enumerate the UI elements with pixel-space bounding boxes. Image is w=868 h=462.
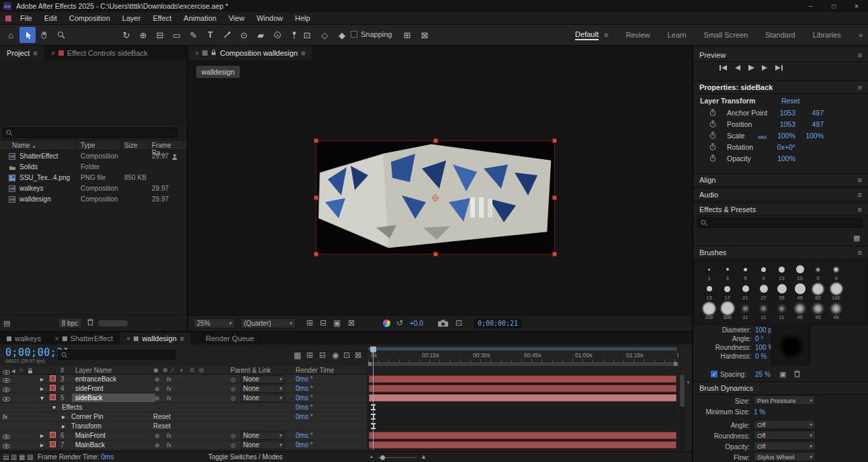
layer-row-entranceback[interactable]: ▸ 3 entranceBack ⊕ fx ◎ None▾ 0ms * xyxy=(0,375,367,384)
zoom-dropdown[interactable]: 25%▾ xyxy=(193,318,235,328)
property-value[interactable]: 497 xyxy=(797,120,824,128)
brush-preset[interactable]: 11 xyxy=(736,302,754,322)
timeline-ruler[interactable]: 0s 00:15s 00:30s 00:45s 01:00s 01:15s 01… xyxy=(368,347,679,366)
exposure-value[interactable]: +0.0 xyxy=(410,320,423,327)
project-search-input[interactable] xyxy=(3,128,177,138)
home-tool[interactable]: ⌂ xyxy=(3,27,19,43)
layer-name[interactable]: sideBack xyxy=(75,394,103,402)
tab-render-queue[interactable]: Render Queue xyxy=(199,332,261,344)
dyn-opacity-dropdown[interactable]: Off▾ xyxy=(754,441,816,451)
align-menu-icon[interactable]: ≡ xyxy=(858,176,862,184)
tab-close-icon[interactable]: × xyxy=(126,334,130,342)
motion-blur-icon[interactable]: ⊡ xyxy=(343,351,350,360)
pickwhip-icon[interactable]: ◎ xyxy=(230,432,236,440)
comp-timecode[interactable]: 0;00;00;21 xyxy=(474,318,522,328)
effect-name[interactable]: Corner Pin xyxy=(71,413,103,421)
expander-icon[interactable]: ▾ xyxy=(40,394,44,402)
tab-project[interactable]: Project ≡ xyxy=(0,46,44,60)
fx-badge-icon[interactable]: fx xyxy=(167,432,171,440)
layer-row-sideback-selected[interactable]: ▾ 5 sideBack ⊕ fx ◎ None▾ 0ms * xyxy=(0,394,367,403)
workspace-overflow-icon[interactable]: » xyxy=(859,31,863,39)
menu-effect[interactable]: Effect xyxy=(146,12,177,25)
parent-dropdown[interactable]: None▾ xyxy=(241,432,285,440)
workspace-learn[interactable]: Learn xyxy=(667,31,686,39)
tab-close-icon[interactable]: × xyxy=(195,49,199,57)
stopwatch-icon[interactable] xyxy=(709,154,716,163)
draft-3d-icon[interactable]: ⊞ xyxy=(306,351,313,360)
pickwhip-icon[interactable]: ◎ xyxy=(230,385,236,393)
composition-viewport[interactable] xyxy=(316,140,555,255)
brushes-header[interactable]: Brushes ≡ xyxy=(693,246,868,259)
selection-handle[interactable] xyxy=(314,138,318,143)
effects-presets-header[interactable]: Effects & Presets ≡ xyxy=(693,203,868,216)
maximize-button[interactable]: □ xyxy=(822,0,845,12)
mask-feather-icon[interactable]: ⊡ xyxy=(299,27,315,43)
bpc-button[interactable]: 8 bpc xyxy=(58,318,82,328)
snap-option-icon-1[interactable]: ⊞ xyxy=(399,27,415,43)
zoom-in-mountain-icon[interactable]: ▲ xyxy=(421,453,427,460)
workspace-default[interactable]: Default xyxy=(575,30,599,40)
roto-brush-tool[interactable] xyxy=(269,27,286,43)
rotation-tool[interactable]: ↻ xyxy=(118,27,134,43)
resolution-dropdown[interactable]: (Quarter)▾ xyxy=(241,318,296,328)
next-frame-button[interactable] xyxy=(761,64,769,73)
menu-layer[interactable]: Layer xyxy=(116,12,147,25)
comp-mini-flowchart-icon[interactable]: ▦ xyxy=(294,351,301,360)
previous-frame-button[interactable] xyxy=(734,64,742,73)
expander-icon[interactable]: ▸ xyxy=(62,422,65,430)
workspace-review[interactable]: Review xyxy=(625,31,650,39)
zoom-out-mountain-icon[interactable]: ▲ xyxy=(370,455,374,459)
layer-color-chip[interactable] xyxy=(50,441,56,447)
zoom-tool[interactable] xyxy=(53,27,69,43)
first-frame-button[interactable] xyxy=(719,64,728,73)
transform-reset-button[interactable]: Reset xyxy=(153,422,171,430)
type-tool[interactable]: T xyxy=(202,27,218,43)
panel-collapse-icon[interactable]: ◂ xyxy=(687,379,689,385)
layer-color-chip[interactable] xyxy=(50,394,56,400)
brush-preset[interactable]: 5 xyxy=(809,263,827,283)
work-area-end-handle[interactable] xyxy=(674,362,677,366)
layer-name-column-label[interactable]: Layer Name xyxy=(75,367,112,374)
pan-behind-tool[interactable]: ⊟ xyxy=(152,27,168,43)
brush-preset[interactable]: 11 xyxy=(773,302,791,322)
pickwhip-icon[interactable]: ◎ xyxy=(230,375,236,383)
align-header[interactable]: Align ≡ xyxy=(693,173,868,187)
workspace-libraries[interactable]: Libraries xyxy=(813,31,841,39)
hardness-value[interactable]: 0 % xyxy=(755,353,767,360)
tab-walkeys[interactable]: walkeys xyxy=(0,332,48,344)
expander-icon[interactable]: ▸ xyxy=(40,441,44,449)
expander-icon[interactable]: ▸ xyxy=(62,413,65,421)
tab-close-icon[interactable]: × xyxy=(51,49,55,57)
snapping-control[interactable]: Snapping xyxy=(351,30,392,38)
menu-view[interactable]: View xyxy=(222,12,251,25)
eye-icon[interactable] xyxy=(3,443,10,451)
tab-walldesign[interactable]: × walldesign ≡ xyxy=(120,332,191,344)
brush-preset[interactable]: 9 xyxy=(754,263,773,283)
brush-preset[interactable]: 100 xyxy=(827,283,845,302)
audio-header[interactable]: Audio ≡ xyxy=(693,188,868,201)
project-row[interactable]: walldesign Composition 29.97 xyxy=(0,194,187,205)
spacing-checkbox[interactable]: ✓ xyxy=(711,371,718,377)
render-time-column-label[interactable]: Render Time xyxy=(296,367,334,374)
brush-preset[interactable]: 27 xyxy=(754,283,773,302)
switch-icon[interactable]: ⊕ xyxy=(155,432,160,440)
parent-link-column-label[interactable]: Parent & Link xyxy=(230,367,271,374)
project-panel-menu-icon[interactable]: ≡ xyxy=(33,49,37,57)
effects-panel-corner-icon[interactable]: ▦ xyxy=(853,234,860,242)
layer-name[interactable]: MainFront xyxy=(75,432,105,440)
parent-dropdown[interactable]: None▾ xyxy=(241,394,285,402)
angle-value[interactable]: 0 ° xyxy=(755,335,763,342)
timeline-zoom-knob[interactable] xyxy=(380,455,385,460)
shape-tool[interactable]: ▭ xyxy=(169,27,185,43)
switch-icon[interactable]: ⊕ xyxy=(155,394,160,402)
parent-dropdown[interactable]: None▾ xyxy=(241,385,285,393)
layer-color-chip[interactable] xyxy=(50,375,56,381)
expander-icon[interactable]: ▸ xyxy=(40,375,44,383)
fx-badge-icon[interactable]: fx xyxy=(167,441,171,449)
layer-row-mainback[interactable]: ▸ 7 MainBack ⊕ fx ◎ None▾ 0ms * xyxy=(0,441,367,450)
property-value[interactable]: 1053 xyxy=(769,109,795,117)
selection-handle[interactable] xyxy=(552,138,557,143)
brush-preset[interactable]: 45 xyxy=(809,302,827,322)
new-brush-icon[interactable]: ▣ xyxy=(779,370,786,379)
size-dropdown[interactable]: Pen Pressure▾ xyxy=(754,396,816,405)
